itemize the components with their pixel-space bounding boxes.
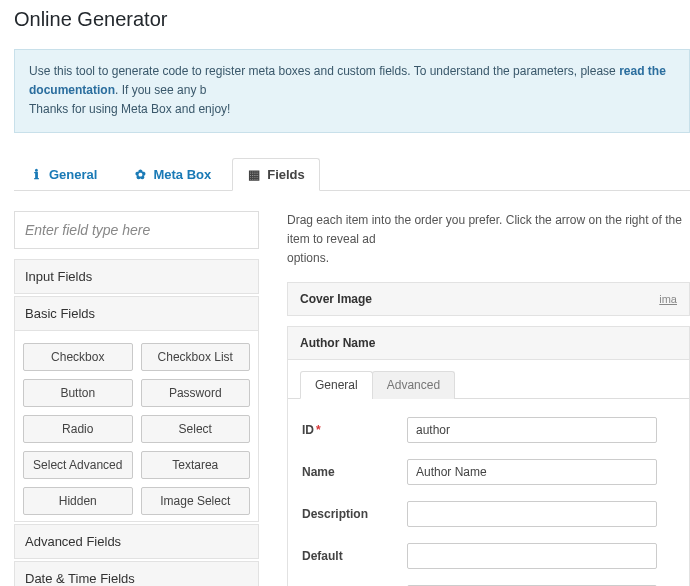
tab-metabox-label: Meta Box	[153, 167, 211, 182]
field-btn-select-advanced[interactable]: Select Advanced	[23, 451, 133, 479]
label-default: Default	[302, 549, 407, 563]
item-author-name[interactable]: Author Name	[287, 326, 690, 360]
drag-instructions: Drag each item into the order you prefer…	[287, 211, 690, 269]
form-rows: ID* Name Description Default Size	[288, 399, 689, 586]
main-tabs: ℹ General ✿ Meta Box ▦ Fields	[14, 157, 690, 191]
input-description[interactable]	[407, 501, 657, 527]
notice-box: Use this tool to generate code to regist…	[14, 49, 690, 133]
tab-metabox[interactable]: ✿ Meta Box	[118, 158, 226, 191]
sub-tab-general[interactable]: General	[300, 371, 373, 399]
field-btn-hidden[interactable]: Hidden	[23, 487, 133, 515]
sub-tab-advanced[interactable]: Advanced	[372, 371, 455, 399]
field-btn-image-select[interactable]: Image Select	[141, 487, 251, 515]
field-btn-checkbox-list[interactable]: Checkbox List	[141, 343, 251, 371]
input-id[interactable]	[407, 417, 657, 443]
item-sub-tabs: General Advanced	[288, 360, 689, 399]
notice-line2: Thanks for using Meta Box and enjoy!	[29, 102, 230, 116]
search-input[interactable]	[14, 211, 259, 249]
accordion-input-fields[interactable]: Input Fields	[14, 259, 259, 294]
grid-icon: ▦	[247, 167, 261, 182]
input-name[interactable]	[407, 459, 657, 485]
input-default[interactable]	[407, 543, 657, 569]
label-name: Name	[302, 465, 407, 479]
tab-general[interactable]: ℹ General	[14, 158, 112, 191]
field-btn-radio[interactable]: Radio	[23, 415, 133, 443]
item-cover-image[interactable]: Cover Image ima	[287, 282, 690, 316]
accordion-advanced-fields[interactable]: Advanced Fields	[14, 524, 259, 559]
notice-text-post: . If you see any b	[115, 83, 206, 97]
field-btn-textarea[interactable]: Textarea	[141, 451, 251, 479]
right-column: Drag each item into the order you prefer…	[287, 211, 690, 586]
gear-icon: ✿	[133, 167, 147, 182]
field-btn-password[interactable]: Password	[141, 379, 251, 407]
tab-fields[interactable]: ▦ Fields	[232, 158, 320, 191]
left-column: Input Fields Basic Fields Checkbox Check…	[14, 211, 259, 586]
item-author-title: Author Name	[300, 336, 375, 350]
field-btn-checkbox[interactable]: Checkbox	[23, 343, 133, 371]
tab-general-label: General	[49, 167, 97, 182]
tab-fields-label: Fields	[267, 167, 305, 182]
info-icon: ℹ	[29, 167, 43, 182]
item-cover-title: Cover Image	[300, 292, 372, 306]
accordion-datetime-fields[interactable]: Date & Time Fields	[14, 561, 259, 586]
accordion-basic-body: Checkbox Checkbox List Button Password R…	[14, 331, 259, 522]
accordion-basic-fields[interactable]: Basic Fields	[14, 296, 259, 331]
notice-text-pre: Use this tool to generate code to regist…	[29, 64, 619, 78]
field-btn-select[interactable]: Select	[141, 415, 251, 443]
label-description: Description	[302, 507, 407, 521]
item-author-body: General Advanced ID* Name Description	[287, 360, 690, 586]
label-id: ID*	[302, 423, 407, 437]
field-btn-button[interactable]: Button	[23, 379, 133, 407]
basic-field-buttons: Checkbox Checkbox List Button Password R…	[23, 343, 250, 515]
drag-instructions-l2: options.	[287, 251, 329, 265]
page-title: Online Generator	[14, 8, 690, 31]
drag-instructions-l1: Drag each item into the order you prefer…	[287, 213, 682, 246]
item-cover-hint: ima	[659, 293, 677, 305]
